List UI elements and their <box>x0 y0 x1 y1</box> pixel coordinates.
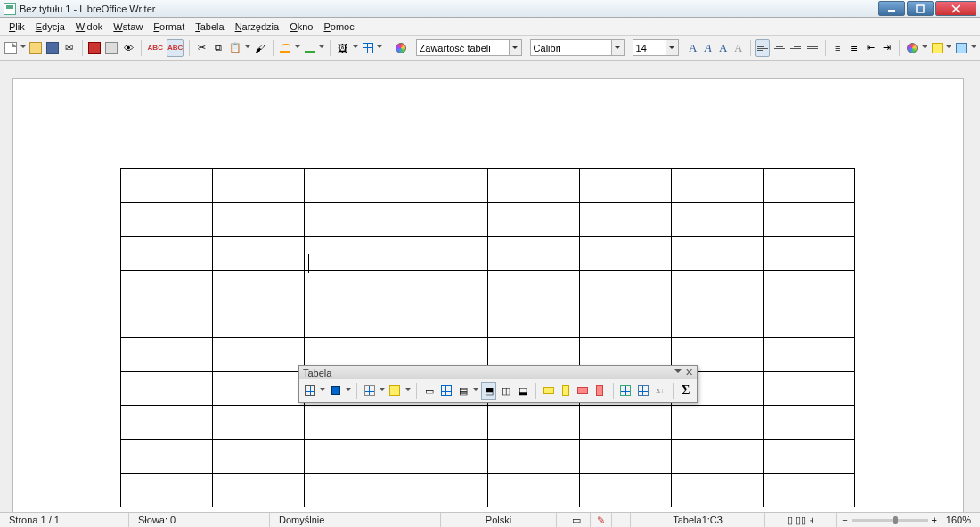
table-cell[interactable] <box>672 203 764 237</box>
table-cell[interactable] <box>764 372 855 406</box>
paragraph-style-combo[interactable] <box>416 39 522 56</box>
align-justify-button[interactable] <box>805 39 820 57</box>
table-cell[interactable] <box>396 406 488 440</box>
table-cell[interactable] <box>580 304 672 338</box>
table-cell[interactable] <box>488 169 580 203</box>
auto-spellcheck-button[interactable]: ABC <box>167 39 184 57</box>
borders-dropdown[interactable] <box>380 388 385 393</box>
table-cell[interactable] <box>580 237 672 271</box>
zoom-in-button[interactable]: + <box>932 515 937 525</box>
table-cell[interactable] <box>121 237 213 271</box>
format-paintbrush-button[interactable]: 🖌 <box>253 39 267 57</box>
table-cell[interactable] <box>580 440 672 474</box>
table-cell[interactable] <box>213 474 305 507</box>
table-cell[interactable] <box>121 440 213 474</box>
minimize-button[interactable] <box>878 1 905 16</box>
decrease-indent-button[interactable]: ⇤ <box>863 39 878 57</box>
sum-button[interactable]: Σ <box>679 382 693 400</box>
view-layout-buttons[interactable]: ▯ ▯▯ ⫞ <box>765 513 837 527</box>
menu-format[interactable]: Format <box>148 20 190 34</box>
redo-button[interactable] <box>303 39 317 57</box>
status-words[interactable]: Słowa: 0 <box>129 513 270 527</box>
table-cell[interactable] <box>213 203 305 237</box>
align-center-button[interactable] <box>772 39 787 57</box>
email-button[interactable]: ✉ <box>62 39 77 57</box>
increase-indent-button[interactable]: ⇥ <box>880 39 894 57</box>
table-cell[interactable] <box>213 271 305 304</box>
menu-table[interactable]: Tabela <box>190 20 229 34</box>
table-cell[interactable] <box>672 304 764 338</box>
split-cells-button[interactable] <box>439 382 453 400</box>
table-cell[interactable] <box>305 169 396 203</box>
table-floating-toolbar[interactable]: Tabela ✕ ▭ ▤ ⬒ ◫ ⬓ <box>298 365 698 403</box>
insert-table-button[interactable] <box>361 39 375 57</box>
table-properties-button[interactable] <box>303 382 317 400</box>
undo-button[interactable] <box>278 39 292 57</box>
merge-cells-button[interactable]: ▭ <box>422 382 437 400</box>
table-cell[interactable] <box>213 304 305 338</box>
cut-button[interactable]: ✂ <box>195 39 209 57</box>
status-insert-mode[interactable]: ▭ <box>557 513 591 527</box>
table-cell[interactable] <box>488 271 580 304</box>
table-cell[interactable] <box>213 237 305 271</box>
close-button[interactable] <box>935 1 976 16</box>
align-right-button[interactable] <box>789 39 804 57</box>
table-cell[interactable] <box>121 304 213 338</box>
status-signature[interactable] <box>612 513 631 527</box>
table-cell[interactable] <box>580 271 672 304</box>
table-cell[interactable] <box>396 237 488 271</box>
table-cell[interactable] <box>305 203 396 237</box>
font-name-dropdown[interactable] <box>612 39 625 56</box>
table-cell[interactable] <box>396 271 488 304</box>
table-cell[interactable] <box>672 169 764 203</box>
font-name-input[interactable] <box>530 39 612 56</box>
status-selection[interactable]: Tabela1:C3 <box>631 513 765 527</box>
menu-help[interactable]: Pomoc <box>318 20 359 34</box>
status-modified-icon[interactable]: ✎ <box>591 513 612 527</box>
document-area[interactable]: Tabela ✕ ▭ ▤ ⬒ ◫ ⬓ <box>0 61 980 512</box>
delete-row-button[interactable] <box>576 382 590 400</box>
table-cell[interactable] <box>488 474 580 507</box>
font-size-combo[interactable] <box>633 39 679 56</box>
table-cell[interactable] <box>396 304 488 338</box>
table-cell[interactable] <box>305 304 396 338</box>
table-cell[interactable] <box>672 406 764 440</box>
table-cell[interactable] <box>396 474 488 507</box>
table-cell[interactable] <box>672 440 764 474</box>
font-size-dropdown[interactable] <box>666 39 679 56</box>
menu-file[interactable]: Plik <box>4 20 30 34</box>
zoom-value[interactable]: 160% <box>943 513 980 527</box>
underline-button[interactable]: A <box>717 39 730 57</box>
table-cell[interactable] <box>305 271 396 304</box>
highlight-button[interactable] <box>930 39 944 57</box>
paste-dropdown[interactable] <box>245 45 250 51</box>
table-cell[interactable] <box>764 474 855 507</box>
status-style[interactable]: Domyślnie <box>270 513 441 527</box>
color-palette-button[interactable] <box>394 39 408 57</box>
table-cell[interactable] <box>488 406 580 440</box>
line-color-button[interactable] <box>329 382 343 400</box>
table-cell[interactable] <box>213 338 305 372</box>
table-cell[interactable] <box>672 237 764 271</box>
table-cell[interactable] <box>764 271 855 304</box>
table-cell[interactable] <box>764 237 855 271</box>
sort-button[interactable]: A↓ <box>653 382 667 400</box>
open-button[interactable] <box>29 39 43 57</box>
line-color-dropdown[interactable] <box>346 388 351 393</box>
font-color-dropdown[interactable] <box>922 45 927 51</box>
table-cell[interactable] <box>305 474 396 507</box>
font-name-combo[interactable] <box>530 39 625 56</box>
new-button[interactable] <box>4 39 18 57</box>
menu-tools[interactable]: Narzędzia <box>230 20 285 34</box>
table-cell[interactable] <box>213 372 305 406</box>
strikethrough-button[interactable]: A <box>732 39 745 57</box>
new-dropdown[interactable] <box>20 45 26 51</box>
insert-image-dropdown[interactable] <box>353 45 358 51</box>
menu-insert[interactable]: Wstaw <box>108 20 148 34</box>
bullet-list-button[interactable]: ≡ <box>830 39 845 57</box>
table-cell[interactable] <box>764 440 855 474</box>
table-cell[interactable] <box>580 474 672 507</box>
floating-toolbar-menu-icon[interactable] <box>674 367 682 378</box>
table-cell[interactable] <box>488 304 580 338</box>
table-cell[interactable] <box>121 474 213 507</box>
